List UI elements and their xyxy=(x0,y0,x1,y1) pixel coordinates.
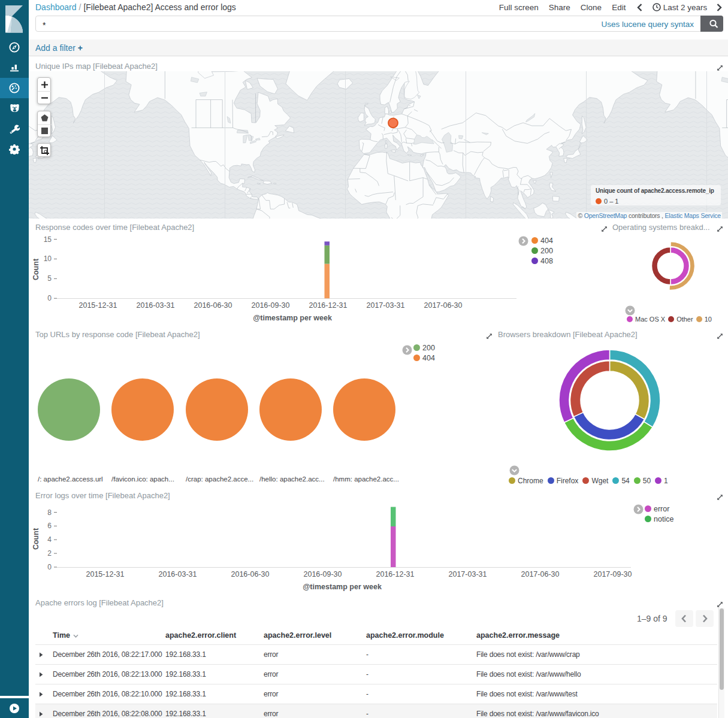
svg-text:2016-12-31: 2016-12-31 xyxy=(309,301,348,310)
svg-text:2016-03-31: 2016-03-31 xyxy=(159,570,197,578)
svg-text:Count: Count xyxy=(32,528,40,550)
svg-text:8: 8 xyxy=(47,508,52,517)
svg-text:@timestamp per week: @timestamp per week xyxy=(253,314,332,322)
svg-text:2016-06-30: 2016-06-30 xyxy=(231,570,270,578)
svg-text:2016-09-30: 2016-09-30 xyxy=(304,570,342,578)
svg-text:0: 0 xyxy=(47,563,52,571)
svg-text:10: 10 xyxy=(44,255,52,263)
svg-text:2015-12-31: 2015-12-31 xyxy=(86,570,125,578)
svg-text:4: 4 xyxy=(47,535,52,544)
svg-text:2016-06-30: 2016-06-30 xyxy=(194,301,232,310)
svg-text:6: 6 xyxy=(47,522,52,530)
svg-text:15: 15 xyxy=(44,235,52,244)
svg-text:2016-03-31: 2016-03-31 xyxy=(137,301,175,310)
svg-text:@timestamp per week: @timestamp per week xyxy=(303,583,382,591)
svg-text:2017-03-31: 2017-03-31 xyxy=(449,570,487,578)
svg-text:2015-12-31: 2015-12-31 xyxy=(79,301,117,310)
svg-text:Count: Count xyxy=(32,258,40,280)
svg-text:0: 0 xyxy=(47,294,52,302)
svg-text:2016-12-31: 2016-12-31 xyxy=(376,570,415,578)
svg-text:2017-09-30: 2017-09-30 xyxy=(594,570,632,578)
svg-text:2016-09-30: 2016-09-30 xyxy=(252,301,290,310)
svg-text:2017-06-30: 2017-06-30 xyxy=(521,570,560,578)
svg-text:2017-03-31: 2017-03-31 xyxy=(367,301,405,310)
svg-text:5: 5 xyxy=(47,274,52,283)
svg-text:2017-06-30: 2017-06-30 xyxy=(424,301,463,310)
svg-text:2: 2 xyxy=(47,549,52,558)
